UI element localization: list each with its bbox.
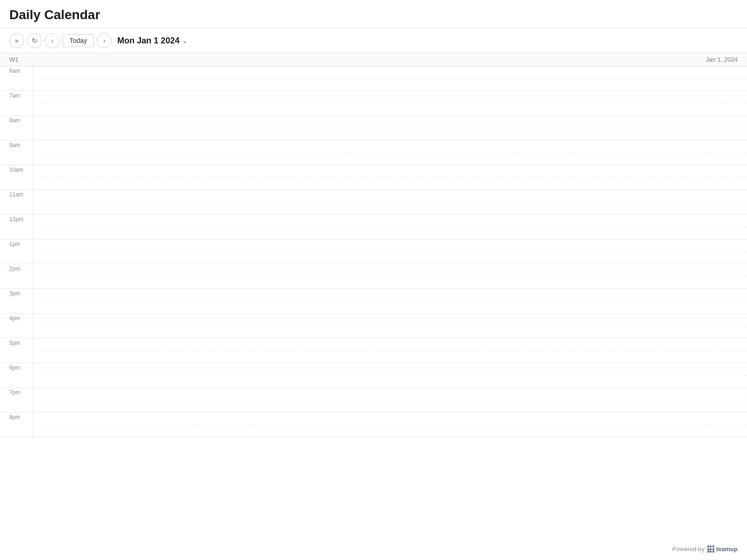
time-label-8pm: 8pm	[0, 413, 33, 420]
time-content-7pm[interactable]	[33, 388, 747, 412]
time-slots-container: 6am7am8am9am10am11am12pm1pm2pm3pm4pm5pm6…	[0, 66, 747, 437]
time-content-7am[interactable]	[33, 91, 747, 115]
time-label-6am: 6am	[0, 66, 33, 74]
today-button[interactable]: Today	[63, 34, 94, 47]
date-selector[interactable]: Mon Jan 1 2024 ⌄	[117, 36, 188, 46]
time-slot-11am[interactable]: 11am	[0, 190, 747, 215]
time-label-10am: 10am	[0, 165, 33, 173]
week-label: W1	[9, 56, 19, 63]
time-label-12pm: 12pm	[0, 215, 33, 222]
time-slot-3pm[interactable]: 3pm	[0, 289, 747, 314]
time-label-6pm: 6pm	[0, 363, 33, 371]
time-content-5pm[interactable]	[33, 338, 747, 363]
time-slot-6pm[interactable]: 6pm	[0, 363, 747, 388]
time-slot-8am[interactable]: 8am	[0, 116, 747, 140]
time-content-1pm[interactable]	[33, 239, 747, 264]
expand-button[interactable]: »	[9, 33, 24, 48]
time-content-9am[interactable]	[33, 140, 747, 165]
teamup-grid-icon	[707, 546, 714, 553]
time-slot-2pm[interactable]: 2pm	[0, 264, 747, 289]
time-content-3pm[interactable]	[33, 289, 747, 313]
time-content-8am[interactable]	[33, 116, 747, 140]
time-content-10am[interactable]	[33, 165, 747, 189]
time-label-2pm: 2pm	[0, 264, 33, 272]
chevron-down-icon: ⌄	[182, 37, 188, 44]
time-label-7am: 7am	[0, 91, 33, 98]
time-slot-8pm[interactable]: 8pm	[0, 413, 747, 437]
current-date-label: Mon Jan 1 2024	[117, 36, 179, 46]
page-header: Daily Calendar	[0, 0, 747, 28]
time-content-12pm[interactable]	[33, 215, 747, 239]
time-slot-1pm[interactable]: 1pm	[0, 239, 747, 264]
teamup-brand-label: teamup	[716, 546, 738, 553]
time-slot-7pm[interactable]: 7pm	[0, 388, 747, 413]
time-slot-10am[interactable]: 10am	[0, 165, 747, 190]
header-date-label: Jan 1, 2024	[706, 56, 738, 63]
time-label-5pm: 5pm	[0, 338, 33, 346]
next-button[interactable]: ›	[97, 33, 112, 48]
teamup-logo: teamup	[707, 546, 738, 553]
time-content-8pm[interactable]	[33, 413, 747, 437]
time-label-9am: 9am	[0, 140, 33, 148]
time-label-7pm: 7pm	[0, 388, 33, 395]
page-title: Daily Calendar	[9, 7, 738, 22]
powered-by-text: Powered by	[672, 546, 705, 553]
time-slot-5pm[interactable]: 5pm	[0, 338, 747, 363]
refresh-button[interactable]: ↻	[27, 33, 42, 48]
time-label-11am: 11am	[0, 190, 33, 197]
time-content-2pm[interactable]	[33, 264, 747, 288]
time-slot-7am[interactable]: 7am	[0, 91, 747, 116]
time-slot-4pm[interactable]: 4pm	[0, 314, 747, 338]
toolbar: » ↻ ‹ Today › Mon Jan 1 2024 ⌄	[0, 28, 747, 53]
calendar-grid: W1 Jan 1, 2024 6am7am8am9am10am11am12pm1…	[0, 53, 747, 437]
prev-button[interactable]: ‹	[45, 33, 60, 48]
time-label-4pm: 4pm	[0, 314, 33, 321]
time-content-6am[interactable]	[33, 66, 747, 91]
time-content-6pm[interactable]	[33, 363, 747, 387]
time-content-11am[interactable]	[33, 190, 747, 214]
time-slot-6am[interactable]: 6am	[0, 66, 747, 91]
time-content-4pm[interactable]	[33, 314, 747, 338]
powered-by-footer: Powered by teamup	[672, 546, 738, 553]
time-slot-12pm[interactable]: 12pm	[0, 215, 747, 239]
time-label-1pm: 1pm	[0, 239, 33, 247]
time-label-8am: 8am	[0, 116, 33, 123]
calendar-header-row: W1 Jan 1, 2024	[0, 53, 747, 66]
time-slot-9am[interactable]: 9am	[0, 140, 747, 165]
time-label-3pm: 3pm	[0, 289, 33, 296]
